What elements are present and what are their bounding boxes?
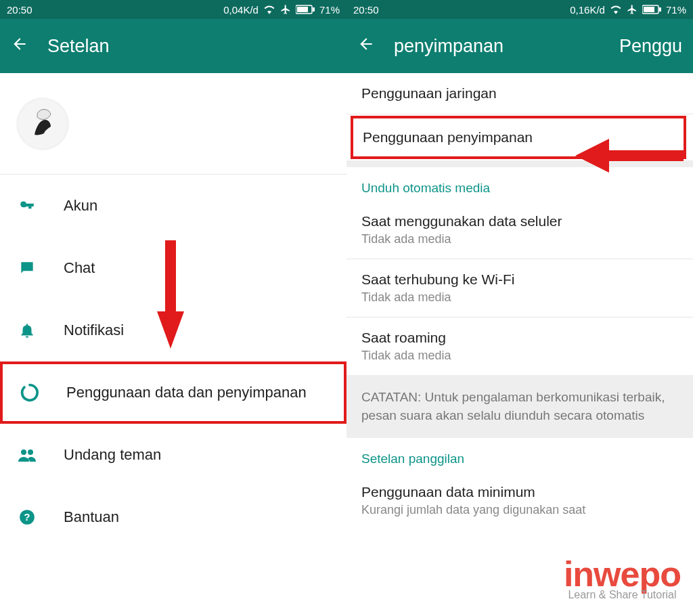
status-time: 20:50: [353, 4, 379, 16]
svg-rect-11: [644, 7, 654, 12]
svg-text:?: ?: [24, 511, 30, 523]
settings-label: Chat: [64, 259, 95, 277]
settings-label: Akun: [64, 197, 97, 215]
people-icon: [16, 444, 38, 466]
settings-label: Penggunaan data dan penyimpanan: [66, 384, 307, 401]
item-sub: Tidak ada media: [361, 232, 678, 246]
svg-marker-14: [575, 139, 609, 173]
airplane-icon: [280, 4, 291, 15]
status-battery: 71%: [319, 4, 340, 16]
wifi-icon: [263, 5, 275, 14]
status-time: 20:50: [7, 4, 32, 16]
item-label: Saat roaming: [361, 330, 678, 346]
item-label: Saat menggunakan data seluler: [361, 213, 678, 229]
back-icon[interactable]: [357, 35, 375, 58]
settings-item-help[interactable]: ? Bantuan: [0, 486, 346, 548]
back-icon[interactable]: [11, 35, 28, 58]
page-title: penyimpanan: [394, 36, 504, 57]
section-header-call: Setelan panggilan: [346, 438, 693, 472]
note-section: CATATAN: Untuk pengalaman berkomunikasi …: [346, 375, 693, 438]
status-speed: 0,04K/d: [223, 4, 259, 16]
chat-icon: [16, 257, 38, 279]
help-icon: ?: [16, 506, 38, 528]
list-item-roaming[interactable]: Saat roaming Tidak ada media: [346, 317, 693, 375]
annotation-arrow-left: [575, 139, 684, 173]
list-item-min-data[interactable]: Penggunaan data minimum Kurangi jumlah d…: [346, 472, 693, 520]
svg-rect-12: [659, 7, 661, 12]
item-label: Penggunaan data minimum: [361, 484, 678, 500]
wifi-icon: [610, 5, 622, 14]
page-title: Setelan: [47, 36, 110, 57]
item-sub: Kurangi jumlah data yang digunakan saat: [361, 503, 678, 517]
right-panel: 20:50 0,16K/d 71% penyimpanan Penggu Pen…: [346, 0, 693, 616]
annotation-arrow-down: [157, 240, 184, 349]
item-sub: Tidak ada media: [361, 349, 678, 363]
list-item-cellular[interactable]: Saat menggunakan data seluler Tidak ada …: [346, 201, 693, 259]
left-panel: 20:50 0,04K/d 71% Setelan: [0, 0, 346, 616]
statusbar-right: 20:50 0,16K/d 71%: [346, 0, 693, 19]
settings-label: Notifikasi: [64, 322, 124, 339]
battery-icon: [642, 5, 661, 14]
profile-row[interactable]: [0, 73, 346, 175]
settings-list: Akun Chat Notifikasi Penggunaan data dan…: [0, 175, 346, 548]
svg-point-4: [21, 449, 26, 455]
appbar-right: penyimpanan Penggu: [346, 19, 693, 73]
svg-point-5: [28, 449, 33, 455]
item-label: Saat terhubung ke Wi-Fi: [361, 271, 678, 288]
svg-marker-9: [157, 311, 184, 349]
settings-label: Undang teman: [64, 446, 161, 464]
page-title-extra: Penggu: [619, 36, 682, 57]
avatar: [16, 97, 69, 150]
bell-icon: [16, 320, 38, 341]
status-speed: 0,16K/d: [570, 4, 605, 16]
statusbar-left: 20:50 0,04K/d 71%: [0, 0, 346, 19]
settings-label: Bantuan: [64, 508, 119, 526]
key-icon: [16, 195, 38, 217]
svg-rect-2: [313, 7, 315, 12]
svg-rect-1: [297, 7, 308, 12]
svg-rect-8: [165, 240, 176, 315]
settings-item-account[interactable]: Akun: [0, 175, 346, 237]
settings-item-invite[interactable]: Undang teman: [0, 424, 346, 486]
svg-rect-13: [606, 150, 684, 161]
list-item-wifi[interactable]: Saat terhubung ke Wi-Fi Tidak ada media: [346, 259, 693, 317]
status-battery: 71%: [666, 4, 686, 16]
settings-item-data-storage[interactable]: Penggunaan data dan penyimpanan: [0, 361, 346, 424]
item-label: Penggunaan jaringan: [361, 85, 678, 102]
data-usage-icon: [19, 382, 41, 403]
list-item-network-usage[interactable]: Penggunaan jaringan: [346, 73, 693, 114]
item-sub: Tidak ada media: [361, 290, 678, 305]
appbar-left: Setelan: [0, 19, 346, 73]
airplane-icon: [627, 4, 638, 15]
battery-icon: [296, 5, 315, 14]
